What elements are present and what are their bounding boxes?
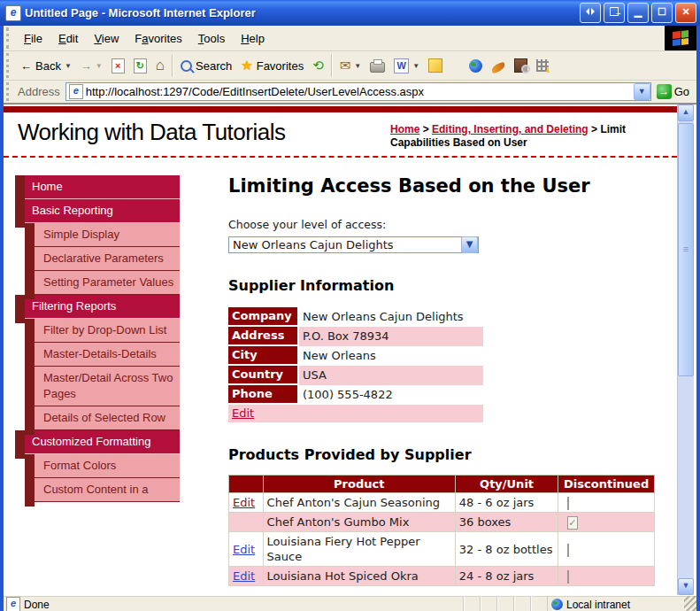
supplier-table: Company New Orleans Cajun Delights Addre…	[228, 307, 483, 422]
chevron-down-icon[interactable]: ▼	[461, 236, 478, 253]
sidebar-item-customized-formatting[interactable]: Customized Formatting	[15, 430, 180, 454]
edit-with-word-button[interactable]: W ▼	[389, 57, 424, 75]
sidebar-item-label[interactable]: Format Colors	[35, 454, 180, 478]
sidebar-item-label[interactable]: Customized Formatting	[25, 430, 180, 454]
breadcrumb-section-link[interactable]: Editing, Inserting, and Deleting	[432, 123, 588, 135]
sidebar-item-label[interactable]: Basic Reporting	[25, 199, 180, 223]
sidebar-item-label[interactable]: Home	[25, 175, 180, 199]
history-button[interactable]: ⟲	[308, 56, 328, 75]
scroll-down-icon[interactable]: ▼	[678, 578, 694, 595]
status-page-icon: e	[6, 597, 20, 611]
menu-drag-handle[interactable]	[6, 27, 13, 49]
back-dropdown-icon[interactable]: ▼	[65, 62, 72, 70]
supplier-edit-link[interactable]: Edit	[232, 406, 254, 420]
breadcrumb-home-link[interactable]: Home	[390, 123, 419, 135]
nav-tab	[25, 478, 35, 507]
window-popout-button[interactable]	[604, 3, 625, 23]
discontinued-checkbox[interactable]: ✓	[567, 516, 577, 530]
favorites-button[interactable]: ★ Favorites	[236, 56, 308, 75]
sidebar-item-label[interactable]: Custom Content in a	[35, 478, 180, 502]
address-input[interactable]: e http://localhost:1297/Code/EditInsertD…	[65, 82, 651, 101]
back-button[interactable]: ← Back ▼	[16, 58, 76, 74]
discontinued-checkbox[interactable]	[567, 497, 569, 510]
menu-file[interactable]: File	[16, 28, 50, 49]
menu-edit[interactable]: Edit	[50, 28, 86, 49]
sidebar-item-filter-by-dropdown[interactable]: Filter by Drop-Down List	[15, 319, 180, 343]
close-button[interactable]: ✕	[675, 3, 696, 23]
sidebar-item-basic-reporting[interactable]: Basic Reporting	[15, 199, 180, 223]
page-icon: e	[69, 84, 83, 99]
toolbar-separator	[331, 54, 333, 77]
sidebar-item-label[interactable]: Details of Selected Row	[35, 406, 180, 430]
globe-search-button[interactable]	[465, 58, 487, 74]
scrollbar-track[interactable]	[678, 376, 694, 578]
row-edit-link[interactable]: Edit	[233, 569, 255, 583]
home-button[interactable]: ⌂	[151, 55, 169, 76]
sidebar-item-master-detail-two-pages[interactable]: Master/Detail Across Two Pages	[15, 367, 180, 406]
discontinued-column-header: Discontinued	[558, 476, 655, 493]
menu-help[interactable]: Help	[233, 28, 273, 49]
nav-tab	[25, 406, 35, 435]
sidebar-item-label[interactable]: Master/Detail Across Two Pages	[35, 367, 180, 406]
menu-favorites[interactable]: Favorites	[127, 28, 189, 49]
sidebar-item-simple-display[interactable]: Simple Display	[15, 223, 180, 247]
mail-button[interactable]: ✉ ▼	[335, 56, 366, 75]
sidebar-item-label[interactable]: Filter by Drop-Down List	[35, 319, 180, 343]
sidebar-item-details-selected-row[interactable]: Details of Selected Row	[15, 406, 180, 430]
sidebar-item-label[interactable]: Declarative Parameters	[35, 247, 180, 271]
forward-button[interactable]: → ▼	[76, 58, 107, 74]
toolbar-drag-handle[interactable]	[6, 53, 13, 78]
history-icon: ⟲	[312, 58, 324, 73]
sidebar-item-declarative-parameters[interactable]: Declarative Parameters	[15, 247, 180, 271]
discontinued-checkbox[interactable]	[567, 544, 569, 557]
search-button[interactable]: Search	[176, 58, 236, 74]
resize-grip[interactable]	[684, 596, 696, 611]
access-level-dropdown[interactable]: New Orleans Cajun Delights ▼	[228, 236, 479, 253]
sidebar-item-label[interactable]: Simple Display	[35, 223, 180, 247]
sidebar-item-label[interactable]: Setting Parameter Values	[35, 271, 180, 295]
research-button[interactable]	[510, 57, 532, 74]
word-dropdown-icon[interactable]: ▼	[412, 62, 419, 70]
access-level-label: Choose your level of access:	[228, 218, 655, 231]
sidebar-item-label[interactable]: Filtering Reports	[25, 295, 180, 319]
browser-window: e Untitled Page - Microsoft Internet Exp…	[0, 0, 700, 611]
supplier-field-label: Address	[228, 327, 299, 346]
stop-icon: ×	[112, 58, 125, 73]
scrollbar-thumb[interactable]	[678, 123, 694, 376]
swoosh-button[interactable]	[487, 58, 510, 73]
vertical-scrollbar[interactable]: ▲ ▼	[677, 104, 694, 595]
row-edit-link[interactable]: Edit	[233, 496, 255, 509]
sidebar-item-custom-content[interactable]: Custom Content in a	[15, 478, 180, 502]
sidebar-item-setting-parameter-values[interactable]: Setting Parameter Values	[15, 271, 180, 295]
stop-button[interactable]: ×	[107, 57, 129, 75]
address-dropdown-icon[interactable]: ▼	[634, 83, 650, 100]
window-title: Untitled Page - Microsoft Internet Explo…	[25, 6, 577, 19]
minimize-button[interactable]: ▁	[627, 3, 649, 23]
discontinued-checkbox[interactable]	[567, 570, 569, 584]
mail-dropdown-icon[interactable]: ▼	[354, 62, 361, 70]
refresh-button[interactable]: ↻	[129, 57, 151, 75]
window-nav-button[interactable]	[580, 3, 601, 23]
sidebar-item-master-details-details[interactable]: Master-Details-Details	[15, 343, 180, 367]
table-row: Edit Louisiana Hot Spiced Okra 24 - 8 oz…	[229, 567, 655, 586]
site-title: Working with Data Tutorials	[18, 119, 285, 150]
product-qty: 36 boxes	[455, 513, 558, 532]
address-drag-handle[interactable]	[6, 82, 13, 101]
sidebar-item-filtering-reports[interactable]: Filtering Reports	[15, 295, 180, 319]
sidebar-item-format-colors[interactable]: Format Colors	[15, 454, 180, 478]
menu-tools[interactable]: Tools	[190, 28, 233, 49]
menu-view[interactable]: View	[86, 28, 127, 49]
sidebar-item-label[interactable]: Master-Details-Details	[35, 343, 180, 367]
print-button[interactable]	[365, 57, 389, 74]
maximize-button[interactable]: ☐	[651, 3, 673, 23]
messenger-button[interactable]	[532, 58, 553, 73]
scroll-up-icon[interactable]: ▲	[678, 104, 694, 121]
sidebar-item-home[interactable]: Home	[15, 175, 180, 199]
product-name: Chef Anton's Cajun Seasoning	[263, 493, 455, 513]
row-edit-link[interactable]: Edit	[233, 543, 255, 556]
go-button[interactable]: → Go	[651, 84, 695, 99]
address-url[interactable]: http://localhost:1297/Code/EditInsertDel…	[86, 85, 634, 98]
supplier-field-value: USA	[299, 366, 483, 385]
note-button[interactable]	[424, 57, 447, 74]
globe-icon	[551, 599, 563, 610]
